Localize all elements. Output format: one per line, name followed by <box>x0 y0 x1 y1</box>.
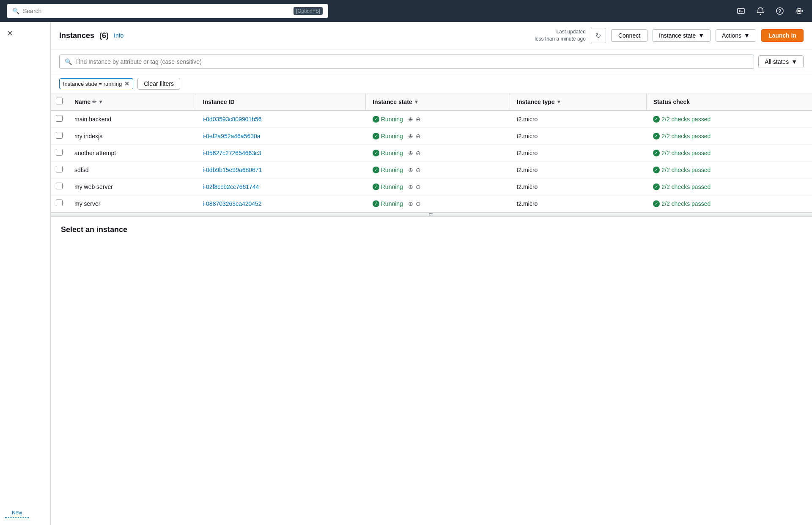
all-states-button[interactable]: All states ▼ <box>758 55 804 68</box>
global-search-input[interactable] <box>23 8 290 14</box>
checks-icon-1: ✓ <box>653 133 660 139</box>
info-link[interactable]: Info <box>114 32 123 39</box>
status-check-column-header: Status check <box>646 93 812 110</box>
terminal-icon[interactable] <box>735 5 747 17</box>
row-checkbox-cell[interactable] <box>51 128 68 145</box>
zoom-in-icon-2[interactable]: ⊕ <box>408 150 413 156</box>
zoom-out-icon-3[interactable]: ⊖ <box>416 167 421 173</box>
instances-panel: Instances (6) Info Last updated less tha… <box>51 22 812 213</box>
instance-id-link-4[interactable]: i-02f8ccb2cc7661744 <box>203 183 259 190</box>
row-checkbox-2[interactable] <box>56 149 63 156</box>
row-checkbox-5[interactable] <box>56 200 63 206</box>
filter-tags-bar: Instance state = running ✕ Clear filters <box>51 74 812 93</box>
row-status-5: ✓ 2/2 checks passed <box>646 195 812 212</box>
zoom-out-icon-1[interactable]: ⊖ <box>416 133 421 139</box>
row-checkbox-0[interactable] <box>56 115 63 122</box>
instance-search-input[interactable] <box>75 58 749 65</box>
help-icon[interactable]: ? <box>774 5 786 17</box>
select-all-header[interactable] <box>51 93 68 110</box>
svg-text:?: ? <box>778 8 781 14</box>
name-edit-icon[interactable]: ✏ <box>92 99 96 105</box>
zoom-in-icon-4[interactable]: ⊕ <box>408 183 413 190</box>
row-name-3: sdfsd <box>68 161 196 178</box>
checks-icon-3: ✓ <box>653 167 660 173</box>
row-instance-id-0[interactable]: i-0d03593c809901b56 <box>196 110 365 128</box>
sidebar-close-button[interactable]: ✕ <box>0 25 50 41</box>
row-name-5: my server <box>68 195 196 212</box>
row-name-4: my web server <box>68 178 196 195</box>
name-column-header[interactable]: Name ✏ ▼ <box>68 93 196 110</box>
row-checkbox-cell[interactable] <box>51 145 68 161</box>
row-status-1: ✓ 2/2 checks passed <box>646 128 812 145</box>
row-instance-id-1[interactable]: i-0ef2a952a46a5630a <box>196 128 365 145</box>
row-instance-id-2[interactable]: i-05627c272654663c3 <box>196 145 365 161</box>
checks-label-4: 2/2 checks passed <box>661 183 710 190</box>
instance-state-filter-tag[interactable]: Instance state = running ✕ <box>59 78 133 89</box>
row-type-1: t2.micro <box>510 128 647 145</box>
sidebar-new-link[interactable]: New <box>5 508 29 518</box>
state-label-0: Running <box>381 116 403 123</box>
clear-filters-button[interactable]: Clear filters <box>137 78 180 90</box>
checks-label-2: 2/2 checks passed <box>661 150 710 156</box>
launch-button[interactable]: Launch in <box>761 29 804 42</box>
table-row: another attempt i-05627c272654663c3 ✓ Ru… <box>51 145 812 161</box>
filter-tag-remove-icon[interactable]: ✕ <box>124 80 129 87</box>
detail-title: Select an instance <box>61 225 802 234</box>
instance-id-link-3[interactable]: i-0db9b15e99a680671 <box>203 167 262 173</box>
settings-icon[interactable] <box>793 5 805 17</box>
name-sort-icon[interactable]: ▼ <box>98 99 103 105</box>
zoom-in-icon-0[interactable]: ⊕ <box>408 116 413 123</box>
instance-id-link-1[interactable]: i-0ef2a952a46a5630a <box>203 133 260 139</box>
checks-label-5: 2/2 checks passed <box>661 200 710 207</box>
instance-type-sort-icon[interactable]: ▼ <box>557 99 562 105</box>
panel-resizer[interactable]: = <box>51 213 812 216</box>
zoom-out-icon-2[interactable]: ⊖ <box>416 150 421 156</box>
instances-table-container: Name ✏ ▼ Instance ID Instance state ▼ <box>51 93 812 212</box>
row-checkbox-4[interactable] <box>56 183 63 189</box>
zoom-out-icon-5[interactable]: ⊖ <box>416 200 421 207</box>
all-states-chevron-icon: ▼ <box>791 58 797 65</box>
state-label-1: Running <box>381 133 403 139</box>
row-checkbox-cell[interactable] <box>51 195 68 212</box>
row-checkbox-cell[interactable] <box>51 161 68 178</box>
row-state-1: ✓ Running ⊕ ⊖ <box>366 128 510 145</box>
row-checkbox-cell[interactable] <box>51 178 68 195</box>
last-updated-text: Last updated less than a minute ago <box>535 28 586 43</box>
row-status-4: ✓ 2/2 checks passed <box>646 178 812 195</box>
actions-chevron-icon: ▼ <box>744 32 750 39</box>
row-type-2: t2.micro <box>510 145 647 161</box>
zoom-in-icon-3[interactable]: ⊕ <box>408 167 413 173</box>
row-checkbox-1[interactable] <box>56 132 63 139</box>
bell-icon[interactable] <box>754 5 766 17</box>
zoom-out-icon-0[interactable]: ⊖ <box>416 116 421 123</box>
row-checkbox-cell[interactable] <box>51 110 68 128</box>
running-check-icon-0: ✓ <box>373 116 379 123</box>
instance-search-bar[interactable]: 🔍 <box>59 55 754 69</box>
row-checkbox-3[interactable] <box>56 166 63 172</box>
zoom-out-icon-4[interactable]: ⊖ <box>416 183 421 190</box>
instance-type-column-header[interactable]: Instance type ▼ <box>510 93 647 110</box>
connect-button[interactable]: Connect <box>611 29 647 42</box>
row-type-3: t2.micro <box>510 161 647 178</box>
instance-id-link-2[interactable]: i-05627c272654663c3 <box>203 150 261 156</box>
row-type-0: t2.micro <box>510 110 647 128</box>
state-label-3: Running <box>381 167 403 173</box>
instance-state-column-header[interactable]: Instance state ▼ <box>366 93 510 110</box>
zoom-in-icon-5[interactable]: ⊕ <box>408 200 413 207</box>
row-instance-id-4[interactable]: i-02f8ccb2cc7661744 <box>196 178 365 195</box>
global-search-bar[interactable]: 🔍 [Option+S] <box>7 4 328 18</box>
row-type-5: t2.micro <box>510 195 647 212</box>
row-instance-id-5[interactable]: i-088703263ca420452 <box>196 195 365 212</box>
panel-title: Instances <box>59 31 94 40</box>
zoom-in-icon-1[interactable]: ⊕ <box>408 133 413 139</box>
actions-button[interactable]: Actions ▼ <box>716 29 756 42</box>
select-all-checkbox[interactable] <box>56 98 63 104</box>
row-instance-id-3[interactable]: i-0db9b15e99a680671 <box>196 161 365 178</box>
instance-state-button[interactable]: Instance state ▼ <box>653 29 710 42</box>
refresh-button[interactable]: ↻ <box>591 28 606 43</box>
row-state-2: ✓ Running ⊕ ⊖ <box>366 145 510 161</box>
instance-state-sort-icon[interactable]: ▼ <box>414 99 419 105</box>
instance-id-link-5[interactable]: i-088703263ca420452 <box>203 200 261 207</box>
instance-id-link-0[interactable]: i-0d03593c809901b56 <box>203 116 261 123</box>
svg-point-1 <box>760 14 761 15</box>
